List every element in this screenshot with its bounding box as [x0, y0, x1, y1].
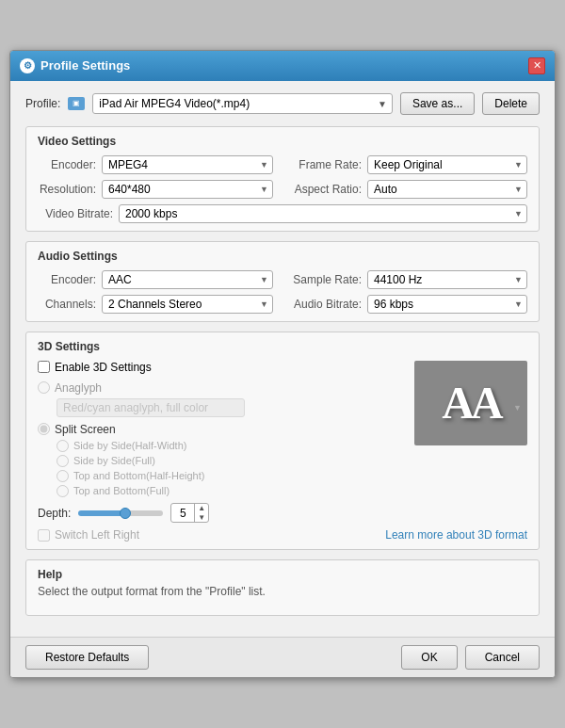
depth-decrement[interactable]: ▼ — [195, 513, 208, 523]
enable-3d-checkbox[interactable] — [38, 361, 50, 373]
split-screen-radio[interactable] — [38, 423, 50, 435]
anaglyph-select[interactable]: Red/cyan anaglyph, full color — [56, 398, 245, 417]
resolution-select[interactable]: 640*480 — [102, 180, 273, 199]
profile-label: Profile: — [25, 97, 60, 110]
restore-defaults-button[interactable]: Restore Defaults — [25, 645, 149, 670]
switch-left-right-checkbox[interactable] — [38, 529, 50, 542]
audio-encoder-select[interactable]: AAC — [102, 270, 273, 289]
video-bitrate-control: 2000 kbps ▼ — [119, 204, 527, 223]
switch-left-right-label[interactable]: Switch Left Right — [55, 528, 139, 542]
depth-increment[interactable]: ▲ — [195, 504, 208, 513]
aspect-ratio-select[interactable]: Auto — [367, 180, 527, 199]
anaglyph-radio[interactable] — [38, 381, 50, 394]
footer: Restore Defaults OK Cancel — [10, 637, 555, 677]
audio-bitrate-control: 96 kbps ▼ — [367, 295, 527, 314]
top-full-row: Top and Bottom(Full) — [56, 485, 527, 497]
channels-label: Channels: — [38, 298, 96, 311]
footer-right: OK Cancel — [401, 645, 540, 670]
audio-encoder-pair: Encoder: AAC ▼ — [38, 270, 273, 289]
title-bar: ⚙ Profile Settings ✕ — [10, 51, 555, 81]
aspect-ratio-label: Aspect Ratio: — [292, 183, 362, 196]
close-button[interactable]: ✕ — [528, 57, 545, 74]
sample-rate-label: Sample Rate: — [292, 273, 362, 286]
encoder-select[interactable]: MPEG4 — [102, 155, 273, 174]
top-full-label[interactable]: Top and Bottom(Full) — [73, 485, 170, 496]
frame-rate-select[interactable]: Keep Original — [367, 155, 527, 174]
ok-button[interactable]: OK — [401, 645, 457, 670]
settings-3d-section: 3D Settings AA Enable 3D Settings Anagly… — [25, 332, 540, 550]
cancel-button[interactable]: Cancel — [465, 645, 540, 670]
audio-bitrate-pair: Audio Bitrate: 96 kbps ▼ — [292, 295, 527, 314]
audio-settings-section: Audio Settings Encoder: AAC ▼ Sample Rat… — [25, 241, 540, 322]
video-settings-section: Video Settings Encoder: MPEG4 ▼ Frame Ra… — [25, 126, 540, 232]
video-row-3: Video Bitrate: 2000 kbps ▼ — [38, 204, 527, 223]
depth-row: Depth: 5 ▲ ▼ — [38, 503, 527, 523]
help-text: Select the output format from the "Profi… — [38, 585, 527, 598]
encoder-label: Encoder: — [38, 158, 96, 171]
video-row-1: Encoder: MPEG4 ▼ Frame Rate: Keep Origin… — [38, 155, 527, 174]
video-settings-title: Video Settings — [38, 135, 527, 148]
depth-spinner: ▲ ▼ — [194, 504, 208, 522]
split-screen-label[interactable]: Split Screen — [55, 423, 116, 436]
resolution-pair: Resolution: 640*480 ▼ — [38, 180, 273, 199]
profile-select-wrap: iPad Air MPEG4 Video(*.mp4) ▼ — [92, 93, 393, 114]
side-half-radio[interactable] — [56, 440, 69, 452]
split-screen-options: Side by Side(Half-Width) Side by Side(Fu… — [56, 440, 527, 497]
anaglyph-select-wrap: Red/cyan anaglyph, full color ▼ — [56, 398, 527, 417]
channels-control: 2 Channels Stereo ▼ — [102, 295, 273, 314]
top-full-radio[interactable] — [56, 485, 69, 497]
frame-rate-label: Frame Rate: — [292, 158, 362, 171]
audio-row-1: Encoder: AAC ▼ Sample Rate: 44100 Hz — [38, 270, 527, 289]
audio-bitrate-select[interactable]: 96 kbps — [367, 295, 527, 314]
learn-more-link[interactable]: Learn more about 3D format — [385, 528, 527, 542]
video-bitrate-pair: Video Bitrate: 2000 kbps ▼ — [38, 204, 527, 223]
resolution-label: Resolution: — [38, 183, 96, 196]
profile-row: Profile: ▣ iPad Air MPEG4 Video(*.mp4) ▼… — [25, 92, 540, 115]
anaglyph-select-arrow: ▼ — [513, 403, 522, 413]
top-half-label[interactable]: Top and Bottom(Half-Height) — [73, 470, 204, 481]
top-half-row: Top and Bottom(Half-Height) — [56, 470, 527, 482]
audio-encoder-control: AAC ▼ — [102, 270, 273, 289]
delete-button[interactable]: Delete — [482, 92, 540, 115]
title-bar-left: ⚙ Profile Settings — [20, 58, 130, 73]
audio-row-2: Channels: 2 Channels Stereo ▼ Audio Bitr… — [38, 295, 527, 314]
switch-row: Switch Left Right Learn more about 3D fo… — [38, 528, 527, 542]
top-half-radio[interactable] — [56, 470, 69, 482]
video-bitrate-label: Video Bitrate: — [38, 207, 113, 220]
settings-3d-title: 3D Settings — [38, 340, 527, 353]
profile-settings-window: ⚙ Profile Settings ✕ Profile: ▣ iPad Air… — [9, 50, 556, 678]
side-full-radio[interactable] — [56, 455, 69, 467]
channels-select[interactable]: 2 Channels Stereo — [102, 295, 273, 314]
aspect-ratio-control: Auto ▼ — [367, 180, 527, 199]
frame-rate-pair: Frame Rate: Keep Original ▼ — [292, 155, 527, 174]
sample-rate-select[interactable]: 44100 Hz — [367, 270, 527, 289]
aspect-ratio-pair: Aspect Ratio: Auto ▼ — [292, 180, 527, 199]
encoder-pair: Encoder: MPEG4 ▼ — [38, 155, 273, 174]
channels-pair: Channels: 2 Channels Stereo ▼ — [38, 295, 273, 314]
anaglyph-label[interactable]: Anaglyph — [55, 381, 102, 395]
slider-thumb — [120, 508, 131, 519]
side-half-label[interactable]: Side by Side(Half-Width) — [73, 440, 186, 451]
depth-slider[interactable] — [78, 510, 163, 516]
save-as-button[interactable]: Save as... — [400, 92, 475, 115]
side-full-label[interactable]: Side by Side(Full) — [73, 455, 155, 466]
main-content: Profile: ▣ iPad Air MPEG4 Video(*.mp4) ▼… — [10, 81, 555, 637]
audio-encoder-label: Encoder: — [38, 273, 96, 286]
video-row-2: Resolution: 640*480 ▼ Aspect Ratio: Auto — [38, 180, 527, 199]
help-section: Help Select the output format from the "… — [25, 559, 540, 616]
app-icon: ⚙ — [20, 58, 35, 73]
profile-select[interactable]: iPad Air MPEG4 Video(*.mp4) — [92, 93, 393, 114]
enable-3d-label[interactable]: Enable 3D Settings — [55, 361, 152, 374]
audio-bitrate-label: Audio Bitrate: — [292, 298, 362, 311]
frame-rate-control: Keep Original ▼ — [367, 155, 527, 174]
switch-label-wrap: Switch Left Right — [38, 528, 139, 542]
depth-value: 5 — [171, 506, 194, 521]
depth-value-box: 5 ▲ ▼ — [170, 503, 209, 523]
sample-rate-pair: Sample Rate: 44100 Hz ▼ — [292, 270, 527, 289]
encoder-control: MPEG4 ▼ — [102, 155, 273, 174]
sample-rate-control: 44100 Hz ▼ — [367, 270, 527, 289]
help-title: Help — [38, 568, 527, 581]
audio-settings-title: Audio Settings — [38, 250, 527, 263]
resolution-control: 640*480 ▼ — [102, 180, 273, 199]
video-bitrate-select[interactable]: 2000 kbps — [119, 204, 527, 223]
